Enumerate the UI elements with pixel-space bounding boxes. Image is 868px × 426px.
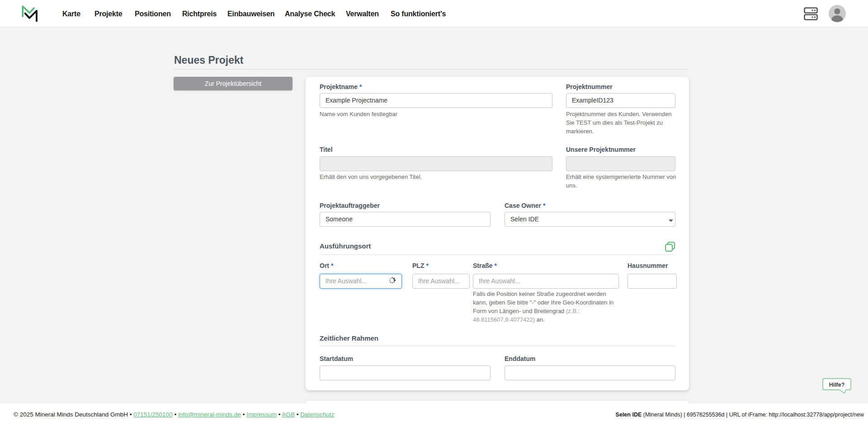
svg-text:Hilfe?: Hilfe? xyxy=(829,382,845,388)
